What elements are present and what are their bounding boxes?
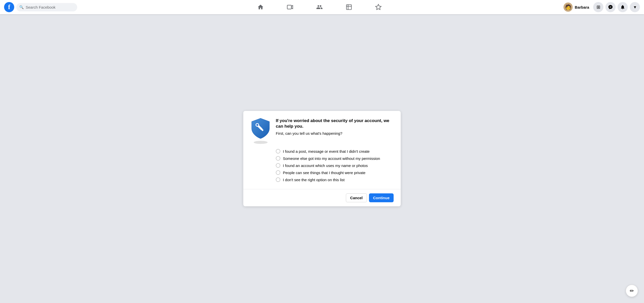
- radio-label-3: I found an account which uses my name or…: [283, 163, 368, 168]
- shield-shadow: [254, 141, 268, 144]
- grid-icon: ⊞: [597, 4, 600, 10]
- search-icon: 🔍: [19, 5, 24, 9]
- svg-rect-2: [346, 5, 351, 10]
- radio-label-1: I found a post, message or event that I …: [283, 149, 369, 154]
- dropdown-button[interactable]: ▾: [630, 2, 640, 12]
- grid-menu-button[interactable]: ⊞: [593, 2, 603, 12]
- home-icon: [257, 4, 264, 10]
- dialog-title: If you're worried about the security of …: [276, 118, 394, 129]
- radio-input-5[interactable]: [276, 177, 280, 182]
- radio-input-1[interactable]: [276, 149, 280, 154]
- avatar: 🧑: [564, 3, 573, 12]
- radio-label-5: I don't see the right option on this lis…: [283, 178, 345, 182]
- user-profile-button[interactable]: 🧑 Barbara: [561, 2, 591, 13]
- dialog-subtitle: First, can you tell us what's happening?: [276, 131, 394, 136]
- facebook-logo[interactable]: f: [4, 2, 14, 12]
- shield-icon-wrap: [250, 117, 271, 144]
- search-placeholder-text: Search Facebook: [26, 5, 56, 9]
- nav-home-button[interactable]: [246, 1, 275, 13]
- nav-marketplace-button[interactable]: [335, 1, 363, 13]
- radio-option-5[interactable]: I don't see the right option on this lis…: [276, 177, 394, 182]
- dialog-body: If you're worried about the security of …: [243, 111, 401, 189]
- messenger-icon: [608, 5, 613, 10]
- radio-options-list: I found a post, message or event that I …: [276, 149, 394, 182]
- nav-favorites-button[interactable]: [364, 1, 393, 13]
- facebook-logo-letter: f: [8, 4, 10, 10]
- compose-button[interactable]: ✏: [626, 285, 638, 297]
- video-icon: [287, 4, 293, 10]
- svg-marker-3: [376, 4, 381, 10]
- navbar-right: 🧑 Barbara ⊞ ▾: [561, 2, 640, 13]
- messenger-button[interactable]: [605, 2, 616, 12]
- people-icon: [316, 4, 323, 10]
- search-bar[interactable]: 🔍 Search Facebook: [16, 3, 77, 11]
- radio-input-2[interactable]: [276, 156, 280, 161]
- svg-rect-0: [287, 5, 291, 9]
- radio-label-2: Someone else got into my account without…: [283, 156, 380, 161]
- bell-icon: [620, 5, 625, 10]
- continue-button[interactable]: Continue: [369, 193, 394, 202]
- star-icon: [375, 4, 382, 10]
- radio-input-3[interactable]: [276, 163, 280, 168]
- radio-option-4[interactable]: People can see things that I thought wer…: [276, 170, 394, 175]
- notifications-button[interactable]: [618, 2, 628, 12]
- dialog-footer: Cancel Continue: [243, 189, 401, 206]
- navbar-center: [77, 1, 561, 13]
- nav-people-button[interactable]: [305, 1, 334, 13]
- dialog-header-text: If you're worried about the security of …: [276, 117, 394, 136]
- marketplace-icon: [346, 4, 352, 10]
- navbar-left: f 🔍 Search Facebook: [4, 2, 77, 12]
- compose-icon: ✏: [630, 288, 634, 294]
- nav-video-button[interactable]: [276, 1, 304, 13]
- radio-option-1[interactable]: I found a post, message or event that I …: [276, 149, 394, 154]
- cancel-button[interactable]: Cancel: [346, 193, 367, 202]
- caret-down-icon: ▾: [634, 4, 636, 10]
- main-content: If you're worried about the security of …: [0, 14, 644, 303]
- navbar: f 🔍 Search Facebook: [0, 0, 644, 14]
- radio-input-4[interactable]: [276, 170, 280, 175]
- security-dialog: If you're worried about the security of …: [243, 111, 401, 206]
- svg-marker-1: [291, 6, 293, 9]
- radio-label-4: People can see things that I thought wer…: [283, 171, 365, 175]
- dialog-header: If you're worried about the security of …: [250, 117, 394, 144]
- radio-option-2[interactable]: Someone else got into my account without…: [276, 156, 394, 161]
- user-name-label: Barbara: [575, 5, 589, 9]
- shield-icon: [250, 117, 271, 140]
- radio-option-3[interactable]: I found an account which uses my name or…: [276, 163, 394, 168]
